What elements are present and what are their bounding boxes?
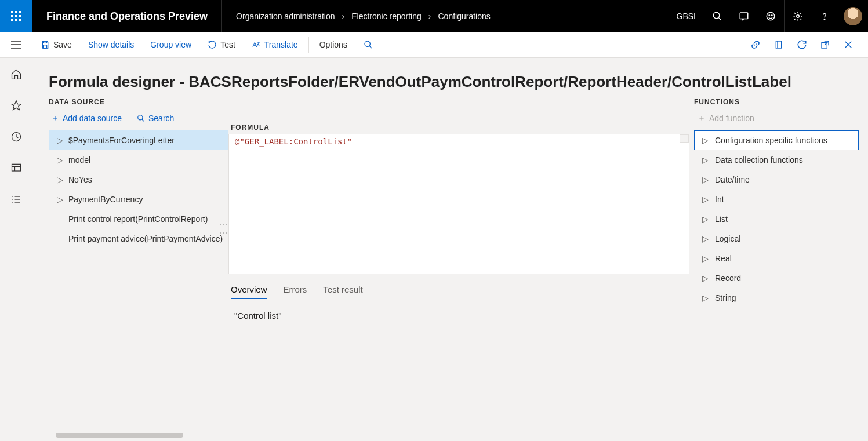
datasource-node-label: Print payment advice(PrintPaymentAdvice) bbox=[68, 234, 223, 243]
search-icon bbox=[137, 114, 145, 122]
group-view-button[interactable]: Group view bbox=[142, 32, 199, 57]
chevron-right-icon: ▷ bbox=[57, 155, 63, 165]
app-title: Finance and Operations Preview bbox=[32, 10, 221, 23]
search-label: Search bbox=[148, 114, 174, 123]
modules-icon[interactable] bbox=[7, 190, 26, 209]
datasource-node[interactable]: ▷model bbox=[49, 150, 228, 170]
tab-errors[interactable]: Errors bbox=[284, 285, 307, 299]
options-label: Options bbox=[319, 40, 347, 49]
svg-point-13 bbox=[769, 15, 770, 16]
avatar[interactable] bbox=[844, 7, 862, 25]
test-label: Test bbox=[220, 40, 235, 49]
close-icon[interactable] bbox=[837, 32, 860, 57]
breadcrumb-item[interactable]: Configurations bbox=[438, 12, 490, 21]
svg-point-14 bbox=[772, 15, 773, 16]
datasource-header: DATA SOURCE bbox=[49, 98, 228, 106]
function-category-node[interactable]: ▷Configuration specific functions bbox=[694, 130, 859, 150]
chevron-right-icon: ▷ bbox=[57, 175, 63, 184]
chevron-right-icon: ▷ bbox=[702, 155, 708, 165]
home-icon[interactable] bbox=[7, 65, 26, 83]
datasource-node[interactable]: ▷$PaymentsForCoveringLetter bbox=[49, 130, 228, 150]
refresh-icon[interactable] bbox=[790, 32, 813, 57]
scroll-indicator bbox=[680, 134, 689, 143]
popout-icon[interactable] bbox=[813, 32, 837, 57]
tab-overview[interactable]: Overview bbox=[231, 285, 267, 299]
function-category-label: Int bbox=[715, 195, 724, 204]
svg-point-41 bbox=[138, 115, 143, 120]
workspace-icon[interactable] bbox=[7, 159, 26, 177]
plus-icon: ＋ bbox=[51, 113, 59, 123]
test-button[interactable]: Test bbox=[199, 32, 244, 57]
plus-icon: ＋ bbox=[698, 113, 706, 123]
function-category-node[interactable]: ▷String bbox=[694, 288, 859, 308]
group-view-label: Group view bbox=[150, 40, 191, 49]
star-icon[interactable] bbox=[7, 96, 26, 115]
svg-rect-1 bbox=[15, 11, 17, 13]
chevron-right-icon: ▷ bbox=[702, 254, 708, 263]
add-function-button: ＋ Add function bbox=[694, 113, 859, 123]
refresh-icon bbox=[208, 40, 217, 49]
svg-marker-30 bbox=[11, 101, 21, 110]
function-category-node[interactable]: ▷Record bbox=[694, 268, 859, 288]
show-details-button[interactable]: Show details bbox=[80, 32, 142, 57]
add-data-source-label: Add data source bbox=[63, 114, 122, 123]
datasource-node-label: model bbox=[68, 155, 90, 165]
svg-point-12 bbox=[767, 12, 775, 20]
horizontal-splitter[interactable]: ══ bbox=[228, 274, 689, 285]
breadcrumb-item[interactable]: Organization administration bbox=[236, 12, 335, 21]
datasource-node[interactable]: Print control report(PrintControlReport) bbox=[49, 209, 228, 229]
svg-rect-11 bbox=[740, 13, 748, 19]
translate-label: Translate bbox=[264, 40, 298, 49]
translate-icon bbox=[252, 40, 261, 49]
formula-code: @"GER_LABEL:ControlList" bbox=[229, 134, 689, 148]
function-category-label: Data collection functions bbox=[715, 155, 803, 165]
legal-entity[interactable]: GBSI bbox=[669, 12, 704, 21]
save-button[interactable]: Save bbox=[32, 32, 80, 57]
svg-rect-5 bbox=[19, 15, 21, 17]
function-category-node[interactable]: ▷Real bbox=[694, 249, 859, 268]
function-category-node[interactable]: ▷List bbox=[694, 209, 859, 229]
horizontal-scrollbar[interactable] bbox=[56, 433, 183, 438]
add-data-source-button[interactable]: ＋ Add data source bbox=[51, 113, 122, 123]
cmdbar-divider bbox=[308, 37, 309, 53]
cmdbar-search-button[interactable] bbox=[355, 32, 381, 57]
function-category-node[interactable]: ▷Logical bbox=[694, 229, 859, 249]
function-category-label: List bbox=[715, 214, 728, 224]
svg-rect-3 bbox=[11, 15, 13, 17]
formula-editor[interactable]: @"GER_LABEL:ControlList" bbox=[228, 134, 689, 274]
svg-rect-0 bbox=[11, 11, 13, 13]
chevron-right-icon: › bbox=[342, 12, 345, 21]
svg-point-22 bbox=[365, 41, 370, 46]
options-button[interactable]: Options bbox=[311, 32, 355, 57]
page-icon[interactable] bbox=[767, 32, 790, 57]
gear-icon[interactable] bbox=[785, 0, 811, 32]
svg-rect-2 bbox=[19, 11, 21, 13]
function-category-node[interactable]: ▷Int bbox=[694, 189, 859, 209]
svg-rect-7 bbox=[15, 19, 17, 21]
save-icon bbox=[41, 40, 50, 49]
chevron-right-icon: ▷ bbox=[57, 195, 63, 204]
app-launcher-button[interactable] bbox=[0, 0, 32, 32]
svg-rect-24 bbox=[776, 41, 781, 48]
help-icon[interactable] bbox=[811, 0, 838, 32]
chevron-right-icon: ▷ bbox=[702, 175, 708, 184]
messages-icon[interactable] bbox=[731, 0, 757, 32]
function-category-node[interactable]: ▷Data collection functions bbox=[694, 150, 859, 170]
breadcrumb-item[interactable]: Electronic reporting bbox=[351, 12, 422, 21]
recent-icon[interactable] bbox=[7, 127, 26, 146]
datasource-node-label: $PaymentsForCoveringLetter bbox=[68, 136, 175, 145]
link-icon[interactable] bbox=[744, 32, 767, 57]
tab-test-result[interactable]: Test result bbox=[323, 285, 362, 299]
datasource-node[interactable]: ▷PaymentByCurrency bbox=[49, 189, 228, 209]
function-category-label: Logical bbox=[715, 234, 740, 243]
function-category-label: String bbox=[715, 293, 736, 302]
translate-button[interactable]: Translate bbox=[244, 32, 306, 57]
datasource-search-button[interactable]: Search bbox=[137, 114, 174, 123]
nav-toggle-button[interactable] bbox=[11, 41, 21, 49]
search-icon[interactable] bbox=[704, 0, 731, 32]
datasource-node[interactable]: ▷NoYes bbox=[49, 170, 228, 189]
smiley-icon[interactable] bbox=[757, 0, 784, 32]
datasource-node[interactable]: Print payment advice(PrintPaymentAdvice) bbox=[49, 229, 228, 249]
datasource-node-label: Print control report(PrintControlReport) bbox=[68, 214, 208, 224]
function-category-node[interactable]: ▷Date/time bbox=[694, 170, 859, 189]
